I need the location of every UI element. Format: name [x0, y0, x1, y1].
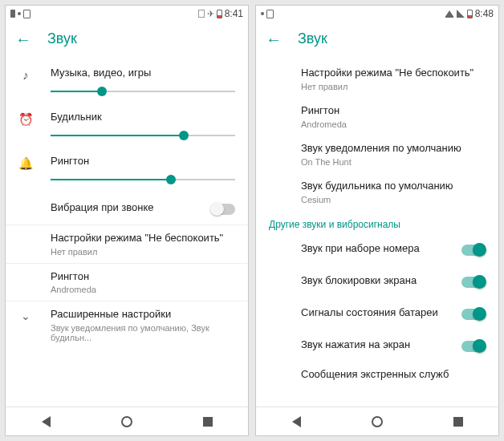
ringtone-label: Рингтон [301, 104, 486, 118]
status-icon [18, 12, 21, 15]
battery-icon [217, 10, 222, 18]
page-title: Звук [47, 30, 77, 47]
advanced-label: Расширенные настройки [51, 308, 235, 322]
dnd-row[interactable]: Настройки режима "Не беспокоить" Нет пра… [256, 60, 498, 98]
wifi-icon [445, 10, 454, 18]
nav-home-button[interactable] [370, 415, 384, 429]
dialpad-tones-switch[interactable] [461, 245, 486, 256]
vibrate-on-ring-row[interactable]: Вибрация при звонке [6, 192, 248, 225]
media-volume-row: ♪ Музыка, видео, игры [6, 60, 248, 104]
screen-lock-sound-label: Звук блокировки экрана [301, 274, 447, 288]
page-title: Звук [298, 30, 327, 47]
ringtone-sub: Andromeda [301, 119, 486, 129]
nav-home-button[interactable] [120, 415, 134, 429]
dnd-sub: Нет правил [51, 247, 235, 257]
bell-icon: 🔔 [18, 156, 34, 171]
content: Настройки режима "Не беспокоить" Нет пра… [256, 57, 498, 407]
ring-volume-label: Рингтон [51, 155, 235, 168]
no-sim-icon [198, 10, 205, 18]
battery-sounds-label: Сигналы состояния батареи [301, 306, 447, 320]
alarm-volume-slider[interactable] [51, 129, 235, 142]
dialpad-tones-row[interactable]: Звук при наборе номера [256, 233, 498, 265]
touch-sounds-switch[interactable] [461, 341, 486, 352]
back-button[interactable]: ← [266, 31, 282, 47]
alarm-volume-label: Будильник [51, 111, 235, 124]
touch-sounds-row[interactable]: Звук нажатия на экран [256, 330, 498, 362]
dnd-label: Настройки режима "Не беспокоить" [301, 67, 486, 80]
alarm-sound-label: Звук будильника по умолчанию [301, 180, 486, 193]
nav-back-button[interactable] [39, 415, 53, 429]
emergency-broadcasts-row[interactable]: Сообщения экстренных служб [256, 362, 498, 394]
ringtone-label: Рингтон [51, 270, 235, 284]
status-icon [261, 12, 264, 15]
status-bar: ✈ 8:41 [6, 6, 248, 22]
alarm-volume-row: ⏰ Будильник [6, 104, 248, 148]
ringtone-row[interactable]: Рингтон Andromeda [6, 264, 248, 301]
media-volume-slider[interactable] [51, 85, 235, 98]
ring-volume-slider[interactable] [51, 173, 235, 186]
ringtone-row[interactable]: Рингтон Andromeda [256, 98, 498, 136]
notification-sound-sub: On The Hunt [301, 157, 486, 167]
app-bar: ← Звук [6, 22, 248, 57]
status-icon [10, 10, 15, 18]
nav-back-button[interactable] [289, 415, 303, 429]
app-bar: ← Звук [256, 22, 498, 57]
dnd-label: Настройки режима "Не беспокоить" [51, 232, 235, 245]
clock: 8:48 [475, 8, 494, 19]
ringtone-sub: Andromeda [51, 285, 235, 294]
battery-sounds-row[interactable]: Сигналы состояния батареи [256, 297, 498, 330]
chevron-down-icon: ⌄ [21, 310, 30, 322]
dnd-row[interactable]: Настройки режима "Не беспокоить" Нет пра… [6, 225, 248, 263]
notification-sound-label: Звук уведомления по умолчанию [301, 142, 486, 156]
nav-recent-button[interactable] [201, 415, 215, 429]
nav-bar [6, 407, 248, 435]
screen-lock-sound-switch[interactable] [461, 277, 486, 288]
content: ♪ Музыка, видео, игры ⏰ Будильник 🔔 Ринг [6, 57, 248, 407]
sd-card-icon [23, 10, 30, 18]
battery-icon [467, 10, 473, 18]
nav-recent-button[interactable] [451, 415, 465, 429]
signal-icon [457, 10, 465, 18]
emergency-broadcasts-label: Сообщения экстренных служб [301, 368, 486, 382]
notification-sound-row[interactable]: Звук уведомления по умолчанию On The Hun… [256, 136, 498, 173]
advanced-row[interactable]: ⌄ Расширенные настройки Звук уведомления… [6, 301, 248, 349]
alarm-clock-icon: ⏰ [18, 112, 34, 127]
advanced-sub: Звук уведомления по умолчанию, Звук буди… [51, 323, 235, 342]
vibrate-on-ring-label: Вибрация при звонке [51, 201, 197, 215]
airplane-icon: ✈ [207, 9, 214, 19]
sd-card-icon [266, 10, 274, 18]
media-volume-label: Музыка, видео, игры [51, 67, 235, 80]
dialpad-tones-label: Звук при наборе номера [301, 242, 447, 256]
battery-sounds-switch[interactable] [461, 309, 486, 320]
section-other-sounds: Другие звуки и вибросигналы [256, 211, 498, 233]
music-note-icon: ♪ [22, 68, 29, 82]
screen-lock-sound-row[interactable]: Звук блокировки экрана [256, 265, 498, 297]
alarm-sound-sub: Cesium [301, 195, 486, 204]
nav-bar [256, 407, 498, 435]
phone-right: 8:48 ← Звук Настройки режима "Не беспоко… [255, 5, 499, 436]
ring-volume-row: 🔔 Рингтон [6, 148, 248, 192]
status-bar: 8:48 [256, 6, 498, 22]
vibrate-on-ring-switch[interactable] [211, 204, 235, 215]
phone-left: ✈ 8:41 ← Звук ♪ Музыка, видео, игры ⏰ Бу… [5, 5, 249, 436]
touch-sounds-label: Звук нажатия на экран [301, 338, 447, 352]
alarm-sound-row[interactable]: Звук будильника по умолчанию Cesium [256, 173, 498, 211]
clock: 8:41 [225, 8, 243, 19]
dnd-sub: Нет правил [301, 82, 486, 91]
back-button[interactable]: ← [15, 31, 31, 47]
